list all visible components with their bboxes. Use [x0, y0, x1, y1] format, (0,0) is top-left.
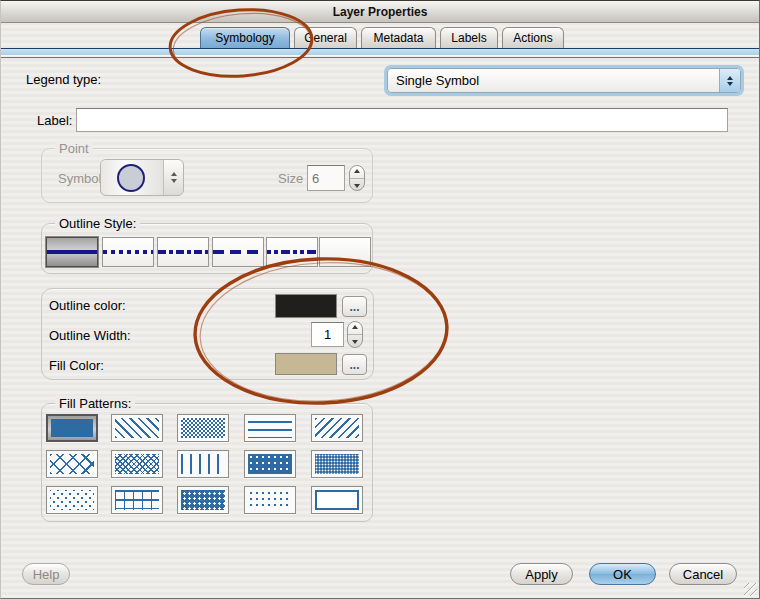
outline-color-label: Outline color: [49, 298, 126, 313]
symbol-popup[interactable] [100, 159, 184, 196]
line-style-swatch-dashed[interactable] [212, 237, 264, 267]
tab-labels-label: Labels [451, 31, 486, 45]
sparse-diagonal-dots-icon [50, 490, 94, 510]
diagonal-backslash-icon [115, 418, 159, 438]
tab-general-label: General [304, 31, 347, 45]
dotted-line-icon [103, 250, 153, 254]
checkerboard-icon [181, 418, 225, 438]
size-stepper[interactable] [349, 165, 365, 191]
tab-labels[interactable]: Labels [440, 27, 498, 48]
dense-crosshatch-icon [115, 454, 159, 474]
diagonal-slash-icon [315, 418, 359, 438]
solid-fill-icon [51, 419, 93, 437]
diamond-crosshatch-icon [50, 454, 94, 474]
down-arrow-icon [171, 179, 177, 183]
legend-type-label: Legend type: [26, 72, 101, 87]
dot-grid-icon [248, 490, 292, 510]
tab-stripe [1, 48, 759, 56]
cancel-button[interactable]: Cancel [669, 563, 737, 585]
ok-button[interactable]: OK [589, 563, 656, 585]
dense-dither-icon [315, 454, 359, 474]
dashed-line-icon [213, 250, 263, 254]
fill-pattern-swatch-dense-crosshatch[interactable] [111, 450, 163, 478]
circle-symbol-icon [117, 164, 145, 192]
symbol-popup-arrows [163, 160, 183, 195]
blue-sparse-white-dots-icon [181, 490, 225, 510]
fill-pattern-swatch-dot-grid[interactable] [244, 486, 296, 514]
legend-type-value: Single Symbol [388, 69, 719, 92]
up-arrow-icon [171, 172, 177, 176]
legend-type-dropdown[interactable]: Single Symbol [387, 68, 741, 93]
outline-color-well[interactable] [275, 294, 337, 318]
dropdown-stepper-cap[interactable] [719, 69, 740, 92]
fill-color-browse-button[interactable]: ... [342, 354, 367, 375]
stepper-up-icon [352, 325, 358, 329]
point-group-legend: Point [55, 141, 93, 156]
solid-line-icon [47, 250, 97, 254]
fill-pattern-swatch-diagonal-backslash[interactable] [111, 414, 163, 442]
window-title: Layer Properties [333, 5, 428, 19]
fill-pattern-swatch-hollow[interactable] [311, 486, 363, 514]
title-bar[interactable]: Layer Properties [1, 1, 759, 23]
tab-metadata[interactable]: Metadata [361, 27, 436, 48]
tab-symbology-label: Symbology [215, 31, 274, 45]
blue-white-dots-icon [248, 454, 292, 474]
tab-metadata-label: Metadata [373, 31, 423, 45]
fill-pattern-swatch-dense-dither[interactable] [311, 450, 363, 478]
line-style-swatch-dashdot[interactable] [157, 237, 209, 267]
help-button[interactable]: Help [22, 563, 70, 585]
label-input[interactable] [76, 108, 728, 132]
tab-actions-label: Actions [513, 31, 552, 45]
up-arrow-icon [727, 76, 733, 80]
fill-pattern-swatch-vertical-lines[interactable] [177, 450, 229, 478]
hollow-fill-icon [315, 490, 359, 510]
label-field-label: Label: [37, 113, 72, 128]
fill-color-well[interactable] [275, 353, 337, 375]
symbol-preview-well [101, 160, 163, 195]
fill-pattern-swatch-solid[interactable] [46, 414, 98, 442]
fill-pattern-swatch-checkerboard[interactable] [177, 414, 229, 442]
outline-width-label: Outline Width: [49, 328, 131, 343]
fill-pattern-swatch-sparse-diagonal-dots[interactable] [46, 486, 98, 514]
tab-actions[interactable]: Actions [502, 27, 564, 48]
fill-patterns-legend: Fill Patterns: [55, 396, 135, 411]
size-label: Size [278, 171, 303, 186]
fill-pattern-swatch-diagonal-slash[interactable] [311, 414, 363, 442]
size-input[interactable] [307, 165, 345, 191]
down-arrow-icon [727, 82, 733, 86]
dash-dot-line-icon [158, 250, 208, 254]
line-style-swatch-solid[interactable] [46, 237, 98, 267]
tab-symbology[interactable]: Symbology [200, 27, 290, 48]
fill-pattern-swatch-blue-white-dots[interactable] [244, 450, 296, 478]
tab-general[interactable]: General [294, 27, 357, 48]
outline-color-browse-button[interactable]: ... [342, 296, 367, 317]
line-style-swatch-dotted[interactable] [102, 237, 154, 267]
fill-pattern-swatch-horizontal-lines[interactable] [244, 414, 296, 442]
outline-width-stepper[interactable] [347, 321, 363, 348]
fill-pattern-swatch-blue-sparse-white-dots[interactable] [177, 486, 229, 514]
apply-button[interactable]: Apply [510, 563, 573, 585]
fill-pattern-swatch-grid[interactable] [111, 486, 163, 514]
stepper-down-icon [352, 340, 358, 344]
dot-dot-dash-line-icon [267, 250, 317, 254]
stepper-divider [350, 178, 364, 179]
layer-properties-dialog: Layer Properties Symbology General Metad… [0, 0, 760, 599]
stepper-down-icon [354, 184, 360, 188]
outline-style-legend: Outline Style: [55, 216, 140, 231]
line-style-swatch-dotdotdash[interactable] [266, 237, 318, 267]
vertical-lines-icon [181, 454, 225, 474]
stepper-divider [348, 334, 362, 335]
grid-icon [115, 490, 159, 510]
pane-divider [1, 57, 759, 58]
symbol-label: Symbol [58, 171, 101, 186]
stepper-up-icon [354, 169, 360, 173]
fill-color-label: Fill Color: [49, 358, 104, 373]
outline-width-input[interactable] [311, 322, 344, 347]
resize-grip[interactable] [744, 583, 757, 596]
horizontal-lines-icon [248, 418, 292, 438]
fill-pattern-swatch-diamond-crosshatch[interactable] [46, 450, 98, 478]
line-style-swatch-none[interactable] [319, 237, 371, 267]
